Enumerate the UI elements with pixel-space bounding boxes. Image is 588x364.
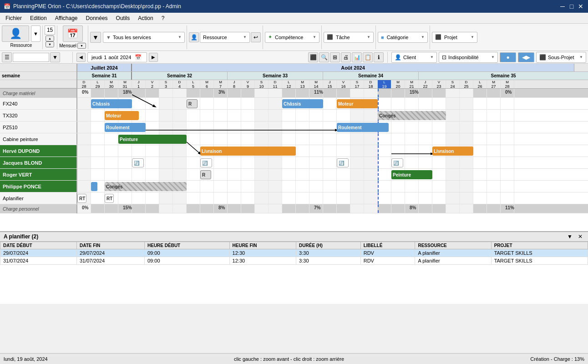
table-row[interactable]: 29/07/202429/07/202409:0012:303:30RDVA p…: [0, 249, 588, 257]
refresh-button[interactable]: ↩: [251, 32, 261, 42]
export-button[interactable]: 📋: [363, 52, 373, 62]
gantt-bar-herve-dupond-0[interactable]: Livraison: [200, 147, 296, 156]
competence-group: ✦ Compétence ▼: [265, 25, 322, 49]
toggle1-button[interactable]: ●: [500, 52, 516, 62]
next-period-button[interactable]: ▶: [149, 53, 158, 62]
month-aout: Août 2024: [132, 64, 574, 71]
menu-fichier[interactable]: Fichier: [2, 14, 25, 22]
menu-donnees[interactable]: Données: [82, 14, 112, 22]
day-header-18: J15: [323, 80, 337, 88]
week-35: Semaine 35: [419, 72, 588, 80]
services-label: Tous les services: [113, 35, 151, 40]
table-row[interactable]: 31/07/202431/07/202409:0012:303:30RDVA p…: [0, 257, 588, 265]
resource-button[interactable]: 👤: [2, 25, 29, 42]
categorie-group: ■ Catégorie ▼: [378, 25, 430, 49]
day-header-16: M13: [296, 80, 309, 88]
menu-help[interactable]: ?: [158, 14, 168, 22]
table-header-durée-(h): DURÉE (H): [296, 242, 361, 249]
menu-affichage[interactable]: Affichage: [51, 14, 81, 22]
gantt-bar-tx320-1[interactable]: Congés: [378, 111, 446, 120]
maximize-button[interactable]: □: [568, 3, 575, 10]
day-header-3: M31: [118, 80, 132, 88]
row-label-charge-materiel: Charge matériel: [0, 89, 77, 98]
view-button[interactable]: 📅: [63, 25, 83, 42]
gantt-bar-fx240-2[interactable]: Châssis: [282, 99, 323, 108]
gantt-bar-cabine-peinture-0[interactable]: Peinture: [118, 135, 187, 144]
minimize-button[interactable]: ─: [559, 3, 566, 10]
list-view-button[interactable]: ☰: [2, 52, 12, 62]
print-button[interactable]: 🖨: [341, 52, 351, 62]
ressource-filter-icon[interactable]: 👤: [189, 32, 199, 42]
gantt-bar-roger-vert-1[interactable]: Peinture: [391, 170, 432, 179]
gantt-bar-jacques-blond-0[interactable]: 🔄: [132, 158, 144, 167]
day-header-22: L19: [378, 80, 391, 88]
client-label: Client: [403, 55, 416, 60]
competence-dropdown[interactable]: ✦ Compétence ▼: [265, 32, 319, 43]
services-group: ▼ ▼ Tous les services ▼: [90, 25, 187, 49]
gantt-bar-fx240-1[interactable]: R: [187, 99, 198, 108]
gantt-bar-jacques-blond-3[interactable]: 🔄: [391, 158, 403, 167]
gantt-bar-jacques-blond-2[interactable]: 🔄: [337, 158, 349, 167]
help2-button[interactable]: ℹ: [374, 52, 384, 62]
gantt-bar-pz510-1[interactable]: Roulement: [337, 123, 389, 132]
filter-funnel-button[interactable]: ▼: [90, 32, 101, 43]
quantity-up-button[interactable]: ▲: [46, 35, 54, 41]
close-button[interactable]: ✕: [577, 3, 584, 10]
area-select-button[interactable]: ⬛: [308, 52, 318, 62]
gantt-bar-jacques-blond-1[interactable]: 🔄: [200, 158, 212, 167]
services-caret: ▼: [178, 35, 182, 39]
calendar-picker-button[interactable]: 📅: [133, 52, 143, 62]
services-dropdown[interactable]: ▼ Tous les services ▼: [103, 32, 185, 43]
row-label-jacques-blond: Jacques BLOND: [0, 157, 77, 168]
zoom-in-button[interactable]: 🔍: [319, 52, 329, 62]
row-label-pz510: PZ510: [0, 121, 77, 133]
close-panel-button[interactable]: ✕: [576, 233, 584, 240]
gantt-bar-aplanifier-0[interactable]: RT: [77, 194, 86, 203]
table-cell: 12:30: [229, 257, 296, 265]
tache-dropdown[interactable]: ⬛ Tâche ▼: [324, 32, 374, 43]
task-view-button[interactable]: ⊞: [330, 52, 340, 62]
gantt-row-jacques-blond: Jacques BLOND🔄🔄🔄🔄: [0, 157, 588, 169]
day-header-25: J22: [419, 80, 432, 88]
indispo-dropdown[interactable]: ⊡ Indisponibilité ▼: [439, 52, 498, 63]
chart-button[interactable]: 📊: [352, 52, 362, 62]
table-cell: 3:30: [296, 257, 361, 265]
menu-edition[interactable]: Edition: [26, 14, 51, 22]
menu-action[interactable]: Action: [134, 14, 157, 22]
gantt-bar-fx240-3[interactable]: Moteur: [337, 99, 378, 108]
prev-period-button[interactable]: ◀: [76, 53, 86, 62]
toggle2-button[interactable]: ◀▶: [518, 52, 534, 62]
gantt-bar-philippe-ponce-1[interactable]: Congés: [105, 182, 187, 191]
categorie-caret: ▼: [421, 35, 425, 39]
day-header-9: M6: [200, 80, 214, 88]
view-dropdown-button[interactable]: ▼: [77, 43, 86, 49]
resource-dropdown[interactable]: ▼: [31, 25, 41, 42]
projet-dropdown[interactable]: ⬛ Projet ▼: [432, 32, 477, 43]
day-header-24: M21: [405, 80, 419, 88]
sous-projet-dropdown[interactable]: ⬛ Sous-Projet ▼: [536, 52, 586, 63]
table-cell: TARGET SKILLS: [491, 249, 588, 257]
table-header-heure-fin: HEURE FIN: [229, 242, 296, 249]
ressource-filter-label: Ressource: [203, 35, 227, 40]
gantt-bar-philippe-ponce-0[interactable]: [91, 182, 97, 191]
title-bar: 📅 PlanningPME Orion - C:\Users\cdeschamp…: [0, 0, 588, 13]
quantity-down-button[interactable]: ▼: [46, 41, 54, 47]
client-dropdown[interactable]: 👤 Client ▼: [391, 52, 437, 63]
gantt-bar-fx240-0[interactable]: Châssis: [91, 99, 132, 108]
menu-outils[interactable]: Outils: [112, 14, 134, 22]
gantt-bar-tx320-0[interactable]: Moteur: [105, 111, 139, 120]
search-filter-button[interactable]: ▼: [50, 52, 60, 62]
gantt-bar-aplanifier-1[interactable]: RT: [105, 194, 114, 203]
resource-icon: 👤: [10, 28, 22, 40]
date-year: 2024: [120, 55, 131, 60]
gantt-bar-pz510-0[interactable]: Roulement: [105, 123, 146, 132]
day-header-5: V2: [146, 80, 159, 88]
day-header-23: M20: [391, 80, 405, 88]
ressource-filter-dropdown[interactable]: Ressource ▼: [200, 32, 250, 43]
gantt-bar-herve-dupond-1[interactable]: Livraison: [432, 147, 473, 156]
nav-icons-section: ⬛ 🔍 ⊞ 🖨 📊 📋 ℹ: [308, 52, 384, 62]
search-input[interactable]: [13, 53, 49, 62]
gantt-bar-roger-vert-0[interactable]: R: [200, 170, 211, 179]
collapse-panel-button[interactable]: ▼: [565, 233, 574, 240]
categorie-dropdown[interactable]: ■ Catégorie ▼: [378, 32, 428, 43]
